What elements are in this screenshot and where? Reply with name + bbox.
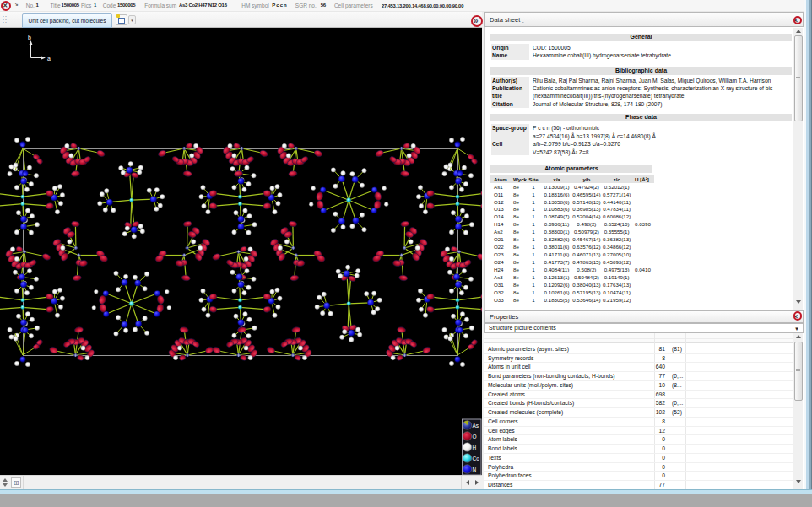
svg-text:b: b: [28, 35, 31, 40]
svg-text:a: a: [47, 56, 51, 62]
svg-text:Co: Co: [473, 456, 480, 461]
svg-text:O: O: [473, 434, 477, 440]
svg-text:As: As: [473, 423, 479, 429]
svg-text:H: H: [473, 445, 477, 450]
svg-text:N: N: [473, 467, 477, 472]
